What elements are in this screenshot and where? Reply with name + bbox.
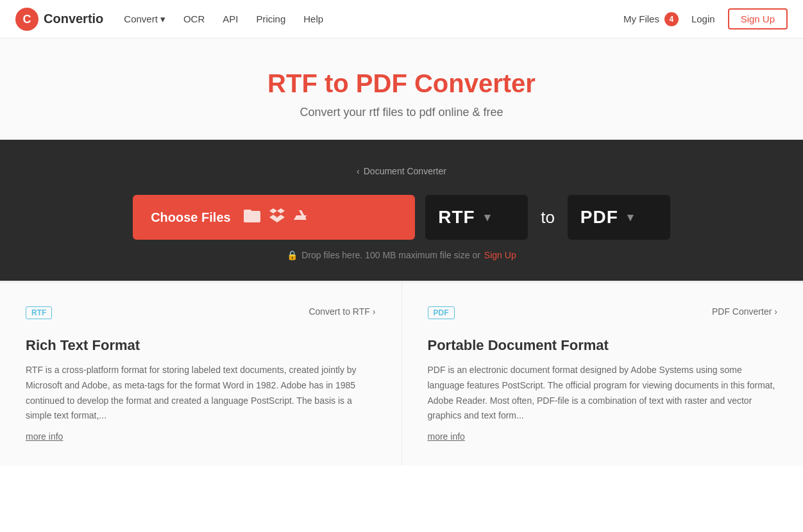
signup-link[interactable]: Sign Up [484,250,516,260]
choose-files-button[interactable]: Choose Files [133,195,415,240]
convert-to-rtf-link[interactable]: Convert to RTF › [309,306,375,317]
rtf-badge: RTF [26,306,52,319]
svg-rect-3 [244,210,251,213]
login-button[interactable]: Login [691,13,715,24]
to-format-selector[interactable]: PDF ▾ [568,195,670,240]
svg-marker-5 [277,208,285,213]
chevron-down-icon: ▾ [627,210,633,224]
google-drive-icon [294,208,309,226]
file-icons [244,208,309,226]
hero-subtitle: Convert your rtf files to pdf online & f… [13,106,790,119]
logo-text: Convertio [44,12,103,26]
nav-api[interactable]: API [223,13,238,24]
info-cards: RTF Convert to RTF › Rich Text Format RT… [0,281,803,465]
hero-section: RTF to PDF Converter Convert your rtf fi… [0,38,803,140]
signup-button[interactable]: Sign Up [728,8,788,29]
chevron-left-icon: ‹ [357,166,360,176]
breadcrumb: ‹ Document Converter [13,165,790,177]
chevron-down-icon: ▾ [160,13,165,25]
pdf-info-card: PDF PDF Converter › Portable Document Fo… [402,281,804,465]
lock-icon: 🔒 [287,250,298,260]
breadcrumb-link[interactable]: ‹ Document Converter [357,166,446,176]
page-title: RTF to PDF Converter [13,69,790,98]
dropbox-icon [269,208,285,226]
svg-text:C: C [23,13,31,26]
pdf-badge: PDF [428,306,455,319]
chevron-down-icon: ▾ [484,210,490,224]
svg-marker-4 [269,208,277,213]
svg-marker-8 [273,215,281,222]
pdf-more-info-link[interactable]: more info [428,431,465,442]
rtf-card-description: RTF is a cross-platform format for stori… [26,363,376,424]
drop-hint: 🔒 Drop files here. 100 MB maximum file s… [13,250,790,260]
chevron-right-icon: › [774,306,777,317]
rtf-card-header: RTF Convert to RTF › [26,306,376,328]
pdf-card-header: PDF PDF Converter › [428,306,778,328]
my-files-button[interactable]: My Files 4 [623,12,679,26]
nav-help[interactable]: Help [303,13,323,24]
nav-pricing[interactable]: Pricing [256,13,285,24]
converter-section: ‹ Document Converter Choose Files [0,140,803,281]
folder-icon [244,208,260,226]
logo[interactable]: C Convertio [15,8,103,31]
logo-icon: C [15,8,38,31]
navbar: C Convertio Convert ▾ OCR API Pricing He… [0,0,803,38]
rtf-info-card: RTF Convert to RTF › Rich Text Format RT… [0,281,402,465]
rtf-more-info-link[interactable]: more info [26,431,63,442]
nav-convert[interactable]: Convert ▾ [124,13,165,25]
chevron-right-icon: › [373,306,376,317]
nav-links: Convert ▾ OCR API Pricing Help [124,13,623,25]
converter-row: Choose Files [13,195,790,240]
nav-ocr[interactable]: OCR [183,13,205,24]
rtf-card-title: Rich Text Format [26,337,376,354]
my-files-badge: 4 [664,12,679,26]
nav-right: My Files 4 Login Sign Up [623,8,788,29]
pdf-converter-link[interactable]: PDF Converter › [712,306,777,317]
pdf-card-description: PDF is an electronic document format des… [428,363,778,424]
pdf-card-title: Portable Document Format [428,337,778,354]
to-label: to [538,208,557,228]
from-format-selector[interactable]: RTF ▾ [425,195,528,240]
